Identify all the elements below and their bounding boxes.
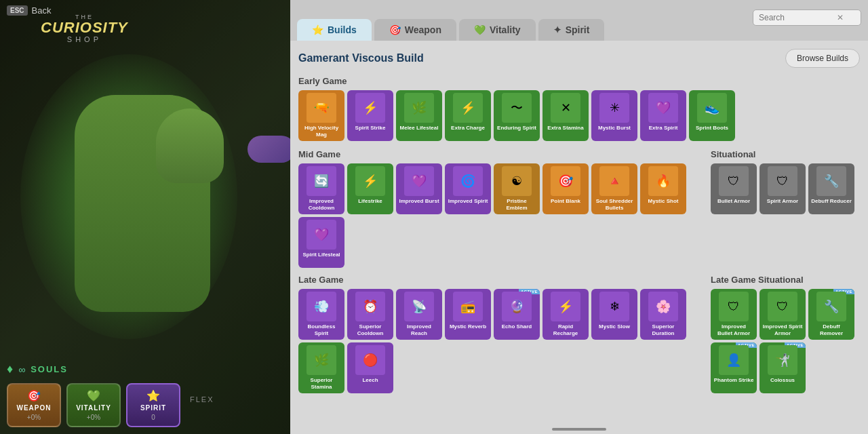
list-item[interactable]: 🛡 Improved Spirit Armor	[760, 289, 806, 340]
echo-shard-card[interactable]: ACTIVE 🔮 Echo Shard	[494, 289, 540, 340]
logo: THE Curiosity SHOP	[41, 14, 128, 43]
list-item[interactable]: 🔧 Debuff Reducer	[808, 163, 854, 214]
list-item[interactable]: ☯ Pristine Emblem	[494, 163, 540, 214]
mid-situational-row: Mid Game 🔄 Improved Cooldown ⚡ Lifestrik…	[298, 149, 860, 268]
character-body	[75, 95, 210, 312]
vitality-value: +0%	[87, 414, 100, 421]
list-item[interactable]: 👟 Sprint Boots	[689, 90, 735, 141]
list-item[interactable]: 🔫 High Velocity Mag	[298, 90, 344, 141]
tab-vitality-label: Vitality	[490, 24, 521, 35]
build-title: Gamerant Viscous Build	[298, 52, 424, 64]
list-item[interactable]: 📡 Improved Reach	[396, 289, 442, 340]
list-item[interactable]: ACTIVE 🤺 Colossus	[760, 342, 806, 393]
item-icon: 💜	[648, 93, 678, 123]
item-name: Extra Charge	[451, 125, 485, 132]
item-icon: 🛡	[768, 292, 797, 321]
tab-spirit[interactable]: ✦ Spirit	[538, 19, 605, 41]
list-item[interactable]: ⚡ Spirit Strike	[347, 90, 393, 141]
build-header: Gamerant Viscous Build Browse Builds	[298, 49, 860, 68]
situational-label: Situational	[711, 149, 860, 159]
character-visor	[248, 136, 292, 163]
spirit-tab-icon: ✦	[553, 24, 561, 35]
list-item[interactable]: 📻 Mystic Reverb	[445, 289, 491, 340]
list-item[interactable]: 🌿 Superior Stamina	[298, 342, 344, 393]
item-icon: 〜	[502, 93, 532, 123]
list-item[interactable]: 💨 Boundless Spirit	[298, 289, 344, 340]
tab-spirit-label: Spirit	[566, 24, 590, 35]
list-item[interactable]: 💜 Improved Burst	[396, 163, 442, 214]
item-name: Spirit Lifesteal	[302, 252, 340, 258]
list-item[interactable]: 🔴 Leech	[347, 342, 393, 393]
weapon-icon: 🎯	[27, 389, 41, 402]
content-area[interactable]: Gamerant Viscous Build Browse Builds Ear…	[290, 41, 868, 434]
list-item[interactable]: 🔄 Improved Cooldown	[298, 163, 344, 214]
vitality-tab-icon: 💚	[474, 24, 486, 35]
list-item[interactable]: 🌀 Improved Spirit	[445, 163, 491, 214]
tab-vitality[interactable]: 💚 Vitality	[459, 19, 536, 41]
item-icon: 🌿	[307, 345, 336, 375]
situational-section: Situational 🛡 Bullet Armor 🛡 Spirit Armo…	[711, 149, 860, 214]
late-situational-label: Late Game Situational	[711, 275, 860, 285]
logo-shop: SHOP	[41, 35, 128, 43]
list-item[interactable]: 🌿 Melee Lifesteal	[396, 90, 442, 141]
item-icon: ⚡	[355, 93, 385, 123]
item-icon: 🌸	[648, 292, 678, 321]
list-item[interactable]: ⏰ Superior Cooldown	[347, 289, 393, 340]
souls-label: SOULS	[31, 364, 68, 374]
spirit-icon: ⭐	[146, 389, 160, 402]
item-icon: 💜	[307, 220, 336, 250]
weapon-stat-btn[interactable]: 🎯 WEAPON +0%	[7, 383, 61, 427]
item-name: Improved Spirit Armor	[762, 323, 803, 336]
item-name: Debuff Remover	[811, 323, 852, 336]
list-item[interactable]: 🌸 Superior Duration	[640, 289, 686, 340]
tab-weapon[interactable]: 🎯 Weapon	[374, 19, 456, 41]
item-icon: 🎯	[551, 166, 580, 196]
vitality-label: VITALITY	[76, 404, 111, 412]
esc-badge[interactable]: ESC	[7, 5, 28, 16]
list-item[interactable]: 🔺 Soul Shredder Bullets	[591, 163, 637, 214]
list-item[interactable]: 🛡 Improved Bullet Armor	[711, 289, 757, 340]
list-item[interactable]: ACTIVE 👤 Phantom Strike	[711, 342, 757, 393]
list-item[interactable]: 💜 Spirit Lifesteal	[298, 217, 344, 268]
builds-icon: ⭐	[312, 24, 323, 35]
spirit-stat-btn[interactable]: ⭐ SPIRIT 0	[126, 383, 180, 427]
item-icon: ☯	[502, 166, 532, 196]
item-icon: ⏰	[355, 292, 385, 321]
souls-infinity-icon: ∞	[18, 364, 25, 375]
item-name: Melee Lifesteal	[400, 125, 439, 132]
list-item[interactable]: 〜 Enduring Spirit	[494, 90, 540, 141]
list-item[interactable]: ✳ Mystic Burst	[591, 90, 637, 141]
item-name: Mystic Slow	[599, 323, 630, 330]
list-item[interactable]: ⚡ Extra Charge	[445, 90, 491, 141]
list-item[interactable]: 🔥 Mystic Shot	[640, 163, 686, 214]
item-icon: ⚡	[355, 166, 385, 196]
tab-builds-label: Builds	[328, 24, 357, 35]
item-name: Improved Burst	[399, 198, 439, 205]
search-clear-icon[interactable]: ✕	[837, 13, 844, 22]
item-icon: ❄	[599, 292, 629, 321]
list-item[interactable]: 💜 Extra Spirit	[640, 90, 686, 141]
list-item[interactable]: 🎯 Point Blank	[542, 163, 589, 214]
vitality-stat-btn[interactable]: 💚 VITALITY +0%	[66, 383, 121, 427]
mid-game-grid: 🔄 Improved Cooldown ⚡ Lifestrike 💜	[298, 163, 703, 268]
souls-icon: ♦	[7, 362, 13, 376]
list-item[interactable]: ACTIVE 🔧 Debuff Remover	[808, 289, 854, 340]
browse-builds-button[interactable]: Browse Builds	[785, 49, 860, 68]
item-icon: 🔫	[307, 93, 336, 123]
list-item[interactable]: 🛡 Spirit Armor	[760, 163, 806, 214]
item-icon: 🤺	[768, 345, 797, 375]
item-name: Mystic Burst	[598, 125, 631, 132]
list-item[interactable]: ⚡ Rapid Recharge	[542, 289, 589, 340]
main-panel: ⭐ Builds 🎯 Weapon 💚 Vitality ✦ Spirit ✕ …	[290, 0, 868, 434]
mid-game-label: Mid Game	[298, 149, 703, 159]
tab-builds[interactable]: ⭐ Builds	[297, 19, 372, 41]
search-input[interactable]	[759, 13, 833, 22]
list-item[interactable]: ❄ Mystic Slow	[591, 289, 637, 340]
item-icon: 🌿	[404, 93, 434, 123]
list-item[interactable]: ✕ Extra Stamina	[542, 90, 589, 141]
late-situational-grid: 🛡 Improved Bullet Armor 🛡 Improved Spiri…	[711, 289, 860, 393]
item-icon: 🔴	[355, 345, 385, 375]
list-item[interactable]: ⚡ Lifestrike	[347, 163, 393, 214]
list-item[interactable]: 🛡 Bullet Armor	[711, 163, 757, 214]
late-game-label: Late Game	[298, 275, 703, 285]
